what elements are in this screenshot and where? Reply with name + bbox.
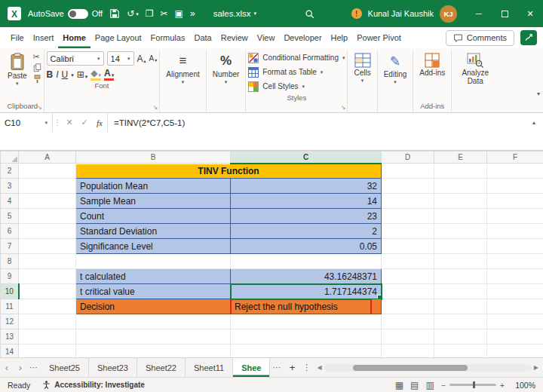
ribbon-collapse-icon[interactable]: ▾ — [537, 90, 540, 97]
font-dialog-launcher-icon[interactable]: ↘ — [153, 105, 158, 111]
row-header-3[interactable]: 3 — [1, 179, 19, 194]
cell-C9[interactable]: 43.16248371 — [231, 269, 382, 284]
select-all-button[interactable] — [1, 152, 19, 164]
insert-function-button[interactable]: fx — [92, 113, 107, 132]
cell-E10[interactable] — [434, 284, 487, 299]
row-header-13[interactable]: 13 — [1, 329, 19, 345]
cell-B12[interactable] — [76, 314, 231, 329]
cell-A11[interactable] — [19, 299, 76, 314]
sheet-nav-left-icon[interactable]: ‹ — [0, 362, 14, 373]
cell-E6[interactable] — [434, 224, 487, 239]
autosave-switch[interactable] — [68, 9, 88, 19]
enter-button[interactable]: ✓ — [77, 113, 92, 132]
alignment-button[interactable]: ≡ Alignment ▾ — [162, 51, 203, 87]
cell-B13[interactable] — [76, 329, 231, 345]
underline-options[interactable]: ▾ — [71, 72, 74, 78]
cell-C5[interactable]: 23 — [231, 209, 382, 224]
cell-F13[interactable] — [487, 329, 543, 345]
cell-A7[interactable] — [19, 239, 76, 254]
format-as-table-button[interactable]: Format as Table ▾ — [248, 66, 345, 78]
cell-F7[interactable] — [487, 239, 543, 254]
row-header-9[interactable]: 9 — [1, 269, 19, 284]
menu-tab-home[interactable]: Home — [58, 27, 90, 48]
sheet-tab-sheet23[interactable]: Sheet23 — [89, 358, 137, 377]
menu-tab-formulas[interactable]: Formulas — [146, 27, 190, 48]
cell-D7[interactable] — [382, 239, 434, 254]
column-header-d[interactable]: D — [382, 152, 434, 164]
cancel-button[interactable]: ✕ — [62, 113, 77, 132]
row-header-6[interactable]: 6 — [1, 224, 19, 239]
sheet-tab-sheet11[interactable]: Sheet11 — [186, 358, 233, 377]
add-ins-button[interactable]: Add-ins — [416, 51, 449, 78]
paste-button[interactable]: Paste ▾ — [4, 51, 31, 88]
page-layout-view-icon[interactable]: ▤ — [410, 381, 419, 390]
cell-E5[interactable] — [434, 209, 487, 224]
cell-C8[interactable] — [231, 254, 382, 269]
page-break-view-icon[interactable]: ▥ — [425, 381, 434, 390]
cell-D5[interactable] — [382, 209, 434, 224]
zoom-slider[interactable] — [449, 384, 496, 386]
cell-A9[interactable] — [19, 269, 76, 284]
cut-button[interactable]: ✂ — [33, 53, 41, 61]
cell-F9[interactable] — [487, 269, 543, 284]
minimize-button[interactable]: ─ — [466, 0, 492, 27]
row-header-10[interactable]: 10 — [1, 284, 19, 299]
italic-button[interactable]: I — [56, 70, 58, 79]
cell-F6[interactable] — [487, 224, 543, 239]
formula-input[interactable]: =TINV(2*C7,C5-1) — [107, 113, 525, 132]
borders-button[interactable]: ⊞▾ — [77, 70, 88, 79]
sheet-more-left-icon[interactable]: ⋯ — [27, 363, 41, 372]
cell-F10[interactable] — [487, 284, 543, 299]
row-header-12[interactable]: 12 — [1, 314, 19, 329]
cell-A14[interactable] — [19, 345, 76, 358]
cell-D13[interactable] — [382, 329, 434, 345]
cell-E7[interactable] — [434, 239, 487, 254]
cell-C3[interactable]: 32 — [231, 179, 382, 194]
insert-picture-button[interactable]: ▣ — [175, 9, 183, 18]
scroll-left-icon[interactable]: ◀ — [317, 364, 321, 371]
cell-E2[interactable] — [434, 164, 487, 179]
cell-E13[interactable] — [434, 329, 487, 345]
cell-A5[interactable] — [19, 209, 76, 224]
cell-B7[interactable]: Significance Level — [76, 239, 231, 254]
clipboard-dialog-launcher-icon[interactable]: ↘ — [37, 105, 42, 111]
maximize-button[interactable] — [492, 0, 517, 27]
row-header-14[interactable]: 14 — [1, 345, 19, 358]
new-sheet-button[interactable]: + — [284, 362, 300, 373]
normal-view-icon[interactable]: ▦ — [395, 381, 403, 390]
cell-A4[interactable] — [19, 194, 76, 209]
cell-styles-button[interactable]: Cell Styles ▾ — [248, 80, 345, 93]
menu-tab-page-layout[interactable]: Page Layout — [90, 27, 146, 48]
menu-tab-insert[interactable]: Insert — [29, 27, 59, 48]
horizontal-scrollbar[interactable]: ◀ ▶ — [312, 364, 543, 372]
cell-B9[interactable]: t calculated — [76, 269, 231, 284]
menu-tab-developer[interactable]: Developer — [279, 27, 326, 48]
cell-B14[interactable] — [76, 345, 231, 358]
column-header-f[interactable]: F — [487, 152, 543, 164]
menu-tab-data[interactable]: Data — [189, 27, 216, 48]
cell-E11[interactable] — [434, 299, 487, 314]
cell-F8[interactable] — [487, 254, 543, 269]
save-button[interactable] — [109, 8, 120, 19]
cell-A8[interactable] — [19, 254, 76, 269]
cell-E4[interactable] — [434, 194, 487, 209]
cell-E12[interactable] — [434, 314, 487, 329]
cell-D2[interactable] — [382, 164, 434, 179]
cell-D8[interactable] — [382, 254, 434, 269]
document-title[interactable]: sales.xlsx ▾ — [213, 9, 256, 18]
accessibility-status[interactable]: Accessibility: Investigate — [42, 381, 145, 389]
font-name-select[interactable]: Calibri ▾ — [47, 51, 104, 66]
scrollbar-thumb[interactable] — [353, 365, 467, 371]
menu-tab-help[interactable]: Help — [327, 27, 353, 48]
cell-F11[interactable] — [487, 299, 543, 314]
column-header-c[interactable]: C — [231, 152, 382, 164]
cell-C11-highlighted[interactable]: Reject the null hypothesis — [231, 299, 382, 314]
cell-C13[interactable] — [231, 329, 382, 345]
zoom-level[interactable]: 100% — [511, 381, 535, 390]
cell-D9[interactable] — [382, 269, 434, 284]
sheet-tab-active[interactable]: Shee — [233, 358, 270, 377]
row-header-4[interactable]: 4 — [1, 194, 19, 209]
cell-A2[interactable] — [19, 164, 76, 179]
cell-F4[interactable] — [487, 194, 543, 209]
cell-E3[interactable] — [434, 179, 487, 194]
